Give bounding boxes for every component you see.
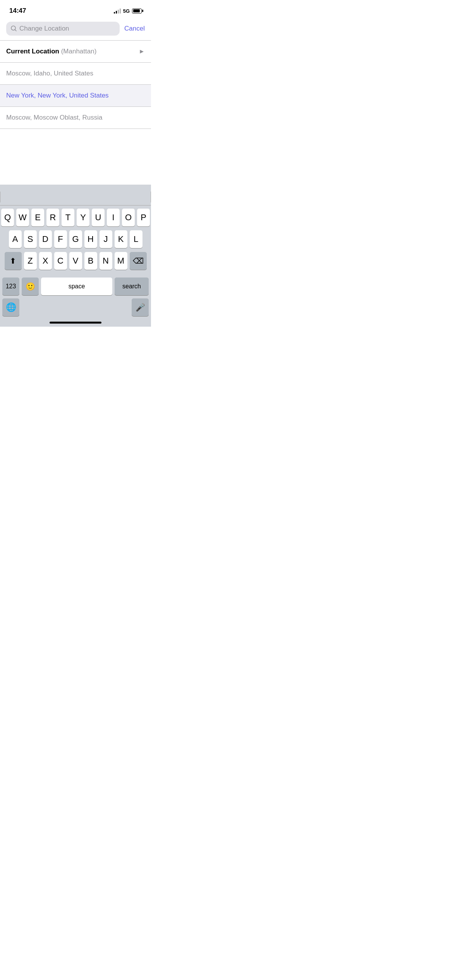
keyboard-accessory-row: 🌐 🎤 — [0, 297, 151, 319]
list-item[interactable]: Moscow, Moscow Oblast, Russia — [0, 107, 151, 128]
key-l[interactable]: L — [130, 230, 142, 248]
signal-bars-icon — [114, 8, 121, 14]
key-i[interactable]: I — [107, 209, 120, 226]
key-r[interactable]: R — [46, 209, 59, 226]
key-f[interactable]: F — [54, 230, 67, 248]
key-u[interactable]: U — [92, 209, 105, 226]
backspace-icon: ⌫ — [133, 256, 144, 266]
key-x[interactable]: X — [39, 252, 52, 270]
search-key[interactable]: search — [115, 278, 149, 295]
key-y[interactable]: Y — [77, 209, 89, 226]
space-key[interactable]: space — [41, 278, 112, 295]
emoji-key[interactable]: 🙂 — [22, 278, 39, 295]
key-row-1: Q W E R T Y U I O P — [1, 209, 150, 226]
key-h[interactable]: H — [84, 230, 97, 248]
search-bar-container: Cancel — [0, 19, 151, 40]
key-t[interactable]: T — [62, 209, 74, 226]
status-time: 14:47 — [9, 7, 26, 15]
list-item[interactable]: Moscow, Idaho, United States — [0, 63, 151, 84]
keyboard-rows: Q W E R T Y U I O P A S D F G H J K L ⬆ — [0, 206, 151, 275]
key-b[interactable]: B — [84, 252, 97, 270]
numbers-key[interactable]: 123 — [2, 278, 19, 295]
key-a[interactable]: A — [9, 230, 22, 248]
keyboard-bottom-row: 123 🙂 space search — [0, 275, 151, 297]
list-item[interactable]: New York, New York, United States — [0, 85, 151, 106]
new-york-label: New York, New York, United States — [6, 91, 109, 100]
key-d[interactable]: D — [39, 230, 52, 248]
home-indicator-bar — [50, 322, 101, 324]
status-right: 5G — [114, 8, 142, 14]
key-g[interactable]: G — [69, 230, 82, 248]
key-q[interactable]: Q — [1, 209, 14, 226]
key-j[interactable]: J — [100, 230, 112, 248]
globe-key[interactable]: 🌐 — [2, 298, 19, 316]
key-c[interactable]: C — [54, 252, 67, 270]
home-indicator — [0, 319, 151, 327]
battery-icon — [132, 9, 142, 14]
navigation-icon: ► — [139, 48, 145, 55]
search-input-wrapper[interactable] — [6, 22, 120, 36]
keyboard-suggestions — [0, 188, 151, 206]
cancel-button[interactable]: Cancel — [124, 25, 145, 33]
backspace-key[interactable]: ⌫ — [130, 252, 147, 270]
keyboard: Q W E R T Y U I O P A S D F G H J K L ⬆ — [0, 185, 151, 327]
key-row-2: A S D F G H J K L — [1, 230, 150, 248]
key-v[interactable]: V — [69, 252, 82, 270]
network-type: 5G — [123, 8, 130, 14]
current-location-label: Current Location (Manhattan) — [6, 47, 96, 56]
key-w[interactable]: W — [16, 209, 29, 226]
key-n[interactable]: N — [100, 252, 112, 270]
search-input[interactable] — [19, 25, 115, 33]
list-item[interactable]: Current Location (Manhattan) ► — [0, 41, 151, 62]
moscow-russia-label: Moscow, Moscow Oblast, Russia — [6, 113, 102, 122]
suggestion-divider-left — [0, 192, 0, 202]
moscow-idaho-label: Moscow, Idaho, United States — [6, 69, 93, 78]
key-p[interactable]: P — [137, 209, 150, 226]
key-o[interactable]: O — [122, 209, 135, 226]
key-z[interactable]: Z — [24, 252, 37, 270]
shift-icon: ⬆ — [10, 256, 16, 266]
location-list: Current Location (Manhattan) ► Moscow, I… — [0, 41, 151, 129]
status-bar: 14:47 5G — [0, 0, 151, 19]
key-k[interactable]: K — [115, 230, 127, 248]
search-icon — [11, 26, 17, 32]
key-m[interactable]: M — [115, 252, 127, 270]
divider-4 — [0, 128, 151, 129]
shift-key[interactable]: ⬆ — [5, 252, 22, 270]
microphone-key[interactable]: 🎤 — [132, 298, 149, 316]
suggestion-divider-right — [151, 192, 151, 202]
key-e[interactable]: E — [31, 209, 44, 226]
key-s[interactable]: S — [24, 230, 37, 248]
key-row-3: ⬆ Z X C V B N M ⌫ — [1, 252, 150, 270]
